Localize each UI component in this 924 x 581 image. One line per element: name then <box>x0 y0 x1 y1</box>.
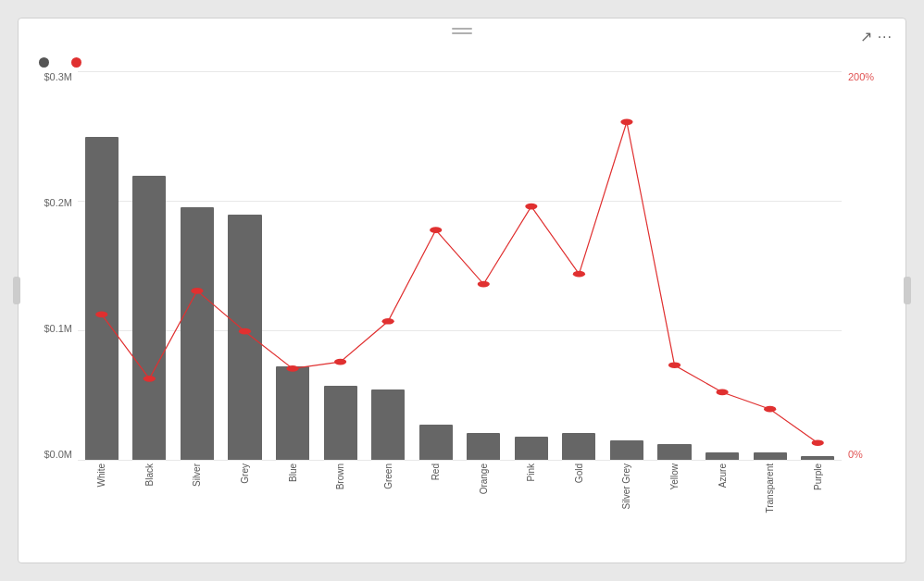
expand-icon[interactable]: ↗ <box>860 28 872 45</box>
x-label: Grey <box>221 460 269 497</box>
svg-point-13 <box>716 389 728 396</box>
svg-point-1 <box>144 376 156 382</box>
resize-handle-right[interactable] <box>904 277 911 304</box>
x-label: Azure <box>698 460 746 497</box>
svg-point-8 <box>478 281 490 288</box>
drag-handle[interactable] <box>452 28 472 34</box>
svg-point-12 <box>668 362 681 368</box>
svg-point-15 <box>812 439 824 446</box>
svg-point-6 <box>382 318 394 325</box>
legend-yoy <box>71 57 87 68</box>
y-label-2: $0.1M <box>44 323 76 334</box>
line-chart <box>78 71 842 460</box>
legend <box>39 57 893 68</box>
chart-container: ↗ ··· $0.3M $0.2M $0.1M $0.0M 200% 0% <box>18 18 906 563</box>
more-icon[interactable]: ··· <box>878 29 893 45</box>
y-label-1: $0.2M <box>44 197 76 208</box>
x-label: Blue <box>268 460 317 497</box>
svg-point-9 <box>525 204 537 210</box>
y-axis-right: 200% 0% <box>844 71 893 460</box>
resize-handle-left[interactable] <box>13 277 20 304</box>
legend-sales-amount <box>39 57 55 68</box>
x-label: Silver Grey <box>603 460 651 497</box>
y-right-label-0: 200% <box>844 71 874 82</box>
x-label: Gold <box>556 460 604 497</box>
x-labels: WhiteBlackSilverGreyBlueBrownGreenRedOra… <box>78 460 842 497</box>
x-label: Yellow <box>651 460 699 497</box>
x-label: Red <box>412 460 460 497</box>
legend-dot-sales <box>39 57 49 68</box>
svg-point-4 <box>286 365 298 372</box>
y-label-0: $0.3M <box>44 71 76 82</box>
y-right-label-1: 0% <box>844 449 863 460</box>
x-label: Pink <box>507 460 556 497</box>
svg-point-10 <box>573 271 585 278</box>
svg-point-3 <box>239 328 251 335</box>
x-label: Orange <box>460 460 508 497</box>
x-label: Transparent <box>746 460 794 497</box>
x-label: Green <box>364 460 412 497</box>
y-label-3: $0.0M <box>44 449 76 460</box>
svg-point-11 <box>620 118 632 125</box>
y-axis-left: $0.3M $0.2M $0.1M $0.0M <box>31 71 76 460</box>
svg-point-2 <box>191 288 203 294</box>
x-label: Black <box>126 460 174 497</box>
x-label: Purple <box>793 460 842 497</box>
svg-point-7 <box>430 227 442 233</box>
x-label: Brown <box>317 460 365 497</box>
x-label: White <box>78 460 126 497</box>
legend-dot-yoy <box>71 57 81 68</box>
svg-point-0 <box>95 312 107 318</box>
chart-area: $0.3M $0.2M $0.1M $0.0M 200% 0% WhiteBla… <box>78 71 842 497</box>
svg-point-14 <box>764 406 776 413</box>
svg-point-5 <box>334 359 346 365</box>
x-label: Silver <box>173 460 221 497</box>
top-icons: ↗ ··· <box>860 28 893 45</box>
